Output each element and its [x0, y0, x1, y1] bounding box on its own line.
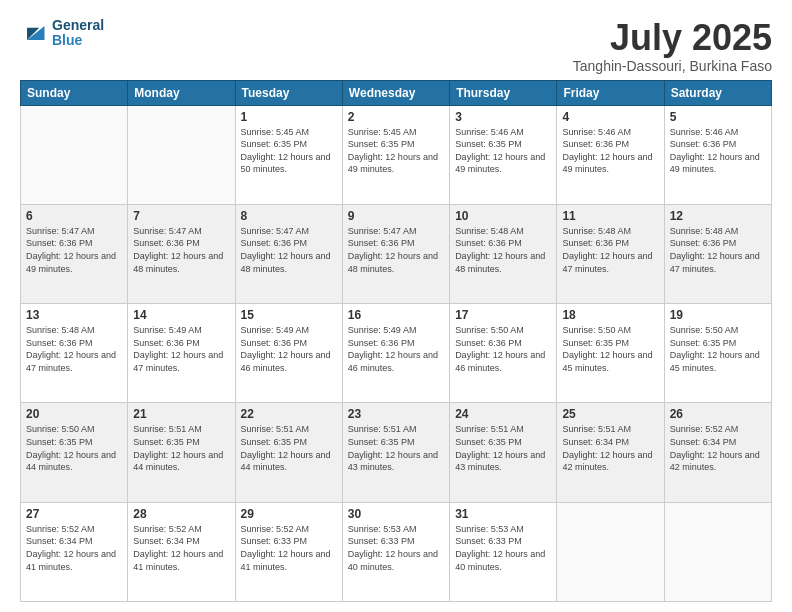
subtitle: Tanghin-Dassouri, Burkina Faso: [573, 58, 772, 74]
day-number: 12: [670, 209, 766, 223]
day-cell: 31Sunrise: 5:53 AM Sunset: 6:33 PM Dayli…: [450, 502, 557, 601]
day-number: 2: [348, 110, 444, 124]
day-number: 1: [241, 110, 337, 124]
day-number: 26: [670, 407, 766, 421]
weekday-header-monday: Monday: [128, 80, 235, 105]
day-cell: 21Sunrise: 5:51 AM Sunset: 6:35 PM Dayli…: [128, 403, 235, 502]
day-info: Sunrise: 5:52 AM Sunset: 6:33 PM Dayligh…: [241, 523, 337, 573]
day-info: Sunrise: 5:46 AM Sunset: 6:36 PM Dayligh…: [562, 126, 658, 176]
day-cell: 7Sunrise: 5:47 AM Sunset: 6:36 PM Daylig…: [128, 204, 235, 303]
logo-icon: [20, 19, 48, 47]
day-number: 25: [562, 407, 658, 421]
day-cell: 30Sunrise: 5:53 AM Sunset: 6:33 PM Dayli…: [342, 502, 449, 601]
day-info: Sunrise: 5:51 AM Sunset: 6:35 PM Dayligh…: [455, 423, 551, 473]
day-cell: 11Sunrise: 5:48 AM Sunset: 6:36 PM Dayli…: [557, 204, 664, 303]
day-cell: 9Sunrise: 5:47 AM Sunset: 6:36 PM Daylig…: [342, 204, 449, 303]
day-cell: 13Sunrise: 5:48 AM Sunset: 6:36 PM Dayli…: [21, 304, 128, 403]
day-info: Sunrise: 5:51 AM Sunset: 6:34 PM Dayligh…: [562, 423, 658, 473]
day-info: Sunrise: 5:52 AM Sunset: 6:34 PM Dayligh…: [133, 523, 229, 573]
day-number: 19: [670, 308, 766, 322]
day-info: Sunrise: 5:45 AM Sunset: 6:35 PM Dayligh…: [348, 126, 444, 176]
day-number: 6: [26, 209, 122, 223]
day-info: Sunrise: 5:48 AM Sunset: 6:36 PM Dayligh…: [670, 225, 766, 275]
day-info: Sunrise: 5:50 AM Sunset: 6:36 PM Dayligh…: [455, 324, 551, 374]
day-cell: 17Sunrise: 5:50 AM Sunset: 6:36 PM Dayli…: [450, 304, 557, 403]
week-row-4: 20Sunrise: 5:50 AM Sunset: 6:35 PM Dayli…: [21, 403, 772, 502]
day-number: 29: [241, 507, 337, 521]
day-number: 8: [241, 209, 337, 223]
day-cell: 19Sunrise: 5:50 AM Sunset: 6:35 PM Dayli…: [664, 304, 771, 403]
day-cell: 3Sunrise: 5:46 AM Sunset: 6:35 PM Daylig…: [450, 105, 557, 204]
day-cell: 18Sunrise: 5:50 AM Sunset: 6:35 PM Dayli…: [557, 304, 664, 403]
day-info: Sunrise: 5:49 AM Sunset: 6:36 PM Dayligh…: [241, 324, 337, 374]
weekday-header-tuesday: Tuesday: [235, 80, 342, 105]
weekday-header-thursday: Thursday: [450, 80, 557, 105]
day-info: Sunrise: 5:46 AM Sunset: 6:35 PM Dayligh…: [455, 126, 551, 176]
day-number: 18: [562, 308, 658, 322]
day-number: 14: [133, 308, 229, 322]
day-info: Sunrise: 5:49 AM Sunset: 6:36 PM Dayligh…: [348, 324, 444, 374]
weekday-header-friday: Friday: [557, 80, 664, 105]
day-info: Sunrise: 5:50 AM Sunset: 6:35 PM Dayligh…: [26, 423, 122, 473]
day-info: Sunrise: 5:47 AM Sunset: 6:36 PM Dayligh…: [348, 225, 444, 275]
day-cell: 14Sunrise: 5:49 AM Sunset: 6:36 PM Dayli…: [128, 304, 235, 403]
week-row-1: 1Sunrise: 5:45 AM Sunset: 6:35 PM Daylig…: [21, 105, 772, 204]
day-info: Sunrise: 5:51 AM Sunset: 6:35 PM Dayligh…: [241, 423, 337, 473]
day-cell: 22Sunrise: 5:51 AM Sunset: 6:35 PM Dayli…: [235, 403, 342, 502]
week-row-2: 6Sunrise: 5:47 AM Sunset: 6:36 PM Daylig…: [21, 204, 772, 303]
day-cell: [664, 502, 771, 601]
day-info: Sunrise: 5:48 AM Sunset: 6:36 PM Dayligh…: [455, 225, 551, 275]
logo-text: General Blue: [52, 18, 104, 49]
day-number: 3: [455, 110, 551, 124]
title-block: July 2025 Tanghin-Dassouri, Burkina Faso: [573, 18, 772, 74]
day-cell: [21, 105, 128, 204]
day-cell: 28Sunrise: 5:52 AM Sunset: 6:34 PM Dayli…: [128, 502, 235, 601]
day-info: Sunrise: 5:50 AM Sunset: 6:35 PM Dayligh…: [670, 324, 766, 374]
day-number: 27: [26, 507, 122, 521]
day-cell: 5Sunrise: 5:46 AM Sunset: 6:36 PM Daylig…: [664, 105, 771, 204]
day-cell: 23Sunrise: 5:51 AM Sunset: 6:35 PM Dayli…: [342, 403, 449, 502]
day-cell: 20Sunrise: 5:50 AM Sunset: 6:35 PM Dayli…: [21, 403, 128, 502]
day-info: Sunrise: 5:53 AM Sunset: 6:33 PM Dayligh…: [455, 523, 551, 573]
day-number: 31: [455, 507, 551, 521]
day-cell: 26Sunrise: 5:52 AM Sunset: 6:34 PM Dayli…: [664, 403, 771, 502]
day-info: Sunrise: 5:51 AM Sunset: 6:35 PM Dayligh…: [348, 423, 444, 473]
main-title: July 2025: [573, 18, 772, 58]
weekday-header-saturday: Saturday: [664, 80, 771, 105]
day-number: 22: [241, 407, 337, 421]
week-row-5: 27Sunrise: 5:52 AM Sunset: 6:34 PM Dayli…: [21, 502, 772, 601]
day-info: Sunrise: 5:53 AM Sunset: 6:33 PM Dayligh…: [348, 523, 444, 573]
day-cell: [557, 502, 664, 601]
day-cell: 2Sunrise: 5:45 AM Sunset: 6:35 PM Daylig…: [342, 105, 449, 204]
day-cell: 29Sunrise: 5:52 AM Sunset: 6:33 PM Dayli…: [235, 502, 342, 601]
weekday-header-sunday: Sunday: [21, 80, 128, 105]
day-info: Sunrise: 5:52 AM Sunset: 6:34 PM Dayligh…: [670, 423, 766, 473]
day-info: Sunrise: 5:47 AM Sunset: 6:36 PM Dayligh…: [133, 225, 229, 275]
day-info: Sunrise: 5:47 AM Sunset: 6:36 PM Dayligh…: [241, 225, 337, 275]
day-cell: 1Sunrise: 5:45 AM Sunset: 6:35 PM Daylig…: [235, 105, 342, 204]
weekday-header-row: SundayMondayTuesdayWednesdayThursdayFrid…: [21, 80, 772, 105]
day-cell: 12Sunrise: 5:48 AM Sunset: 6:36 PM Dayli…: [664, 204, 771, 303]
day-info: Sunrise: 5:47 AM Sunset: 6:36 PM Dayligh…: [26, 225, 122, 275]
calendar-body: 1Sunrise: 5:45 AM Sunset: 6:35 PM Daylig…: [21, 105, 772, 601]
week-row-3: 13Sunrise: 5:48 AM Sunset: 6:36 PM Dayli…: [21, 304, 772, 403]
day-info: Sunrise: 5:50 AM Sunset: 6:35 PM Dayligh…: [562, 324, 658, 374]
day-cell: 4Sunrise: 5:46 AM Sunset: 6:36 PM Daylig…: [557, 105, 664, 204]
day-number: 5: [670, 110, 766, 124]
logo: General Blue: [20, 18, 104, 49]
day-number: 21: [133, 407, 229, 421]
day-number: 24: [455, 407, 551, 421]
day-number: 4: [562, 110, 658, 124]
day-number: 17: [455, 308, 551, 322]
day-info: Sunrise: 5:48 AM Sunset: 6:36 PM Dayligh…: [562, 225, 658, 275]
day-number: 13: [26, 308, 122, 322]
day-cell: 8Sunrise: 5:47 AM Sunset: 6:36 PM Daylig…: [235, 204, 342, 303]
day-number: 16: [348, 308, 444, 322]
day-number: 20: [26, 407, 122, 421]
day-number: 10: [455, 209, 551, 223]
day-cell: 27Sunrise: 5:52 AM Sunset: 6:34 PM Dayli…: [21, 502, 128, 601]
day-info: Sunrise: 5:49 AM Sunset: 6:36 PM Dayligh…: [133, 324, 229, 374]
day-info: Sunrise: 5:52 AM Sunset: 6:34 PM Dayligh…: [26, 523, 122, 573]
day-info: Sunrise: 5:51 AM Sunset: 6:35 PM Dayligh…: [133, 423, 229, 473]
day-info: Sunrise: 5:48 AM Sunset: 6:36 PM Dayligh…: [26, 324, 122, 374]
